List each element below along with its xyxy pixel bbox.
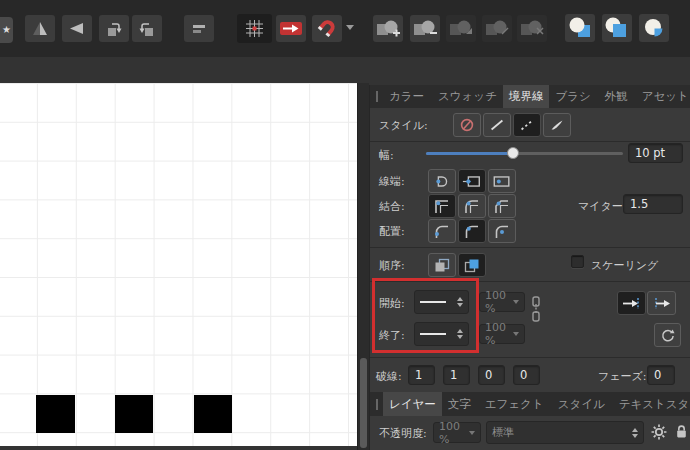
star-icon: ★ bbox=[2, 24, 11, 35]
reverse-line-button[interactable] bbox=[654, 323, 681, 347]
end-amount-dropdown[interactable]: 100 % bbox=[479, 324, 525, 344]
tab-styles[interactable]: スタイル bbox=[552, 393, 611, 416]
flip-horizontal-button[interactable] bbox=[62, 15, 92, 42]
opacity-dropdown[interactable]: 100 % bbox=[433, 422, 481, 443]
rotate-ccw-button[interactable] bbox=[99, 15, 129, 42]
order-front-button[interactable] bbox=[458, 253, 486, 277]
align-outside-button[interactable] bbox=[488, 219, 516, 243]
dash-input-3[interactable] bbox=[478, 365, 505, 385]
red-arrow-icon bbox=[280, 21, 302, 36]
style-label: スタイル: bbox=[379, 118, 428, 133]
align-inside-button[interactable] bbox=[458, 219, 486, 243]
canvas-square[interactable] bbox=[115, 395, 153, 433]
panel-grip-icon[interactable] bbox=[376, 91, 378, 102]
rotate-cw-button[interactable] bbox=[132, 15, 162, 42]
align-center-icon bbox=[434, 224, 450, 239]
scaling-checkbox[interactable] bbox=[571, 255, 584, 268]
stepper-icon[interactable] bbox=[457, 297, 463, 307]
width-input[interactable] bbox=[628, 143, 683, 163]
style-brush-button[interactable] bbox=[543, 113, 571, 137]
flip-vertical-button[interactable] bbox=[25, 15, 55, 42]
no-stroke-icon bbox=[458, 117, 476, 133]
tab-layers[interactable]: レイヤー bbox=[383, 392, 442, 416]
miter-input[interactable] bbox=[623, 194, 683, 214]
stroke-panel-tabs: カラー スウォッチ 境界線 ブラシ 外観 アセット bbox=[370, 85, 690, 108]
start-label: 開始: bbox=[379, 296, 405, 311]
snap-options-caret[interactable] bbox=[346, 25, 354, 30]
boolean-add-button[interactable] bbox=[373, 15, 403, 42]
link-chain-icon[interactable] bbox=[530, 295, 542, 323]
snap-grid-button[interactable] bbox=[237, 14, 272, 43]
blend-mode-dropdown[interactable]: 標準 bbox=[486, 421, 644, 444]
move-tool-tab[interactable]: ★ bbox=[0, 17, 13, 43]
panel-grip-icon[interactable] bbox=[376, 399, 378, 410]
tab-text-styles[interactable]: テキストスタイル bbox=[613, 393, 690, 416]
start-arrow-button[interactable] bbox=[617, 291, 646, 315]
alignment-button[interactable] bbox=[184, 15, 214, 42]
scrollbar-thumb[interactable] bbox=[360, 358, 367, 448]
canvas-square[interactable] bbox=[36, 395, 75, 433]
start-style-dropdown[interactable] bbox=[414, 290, 469, 314]
tab-appearance[interactable]: 外観 bbox=[599, 85, 634, 108]
alignment-icon bbox=[190, 21, 208, 36]
vertical-scrollbar[interactable] bbox=[357, 83, 369, 450]
end-style-dropdown[interactable] bbox=[414, 322, 469, 346]
tab-effects[interactable]: エフェクト bbox=[479, 393, 550, 416]
canvas-square[interactable] bbox=[194, 395, 232, 433]
bevel-join-icon bbox=[494, 199, 510, 214]
tab-character[interactable]: 文字 bbox=[442, 393, 477, 416]
join-bevel-button[interactable] bbox=[488, 194, 516, 218]
width-slider-thumb[interactable] bbox=[507, 147, 519, 159]
boolean-combine-button[interactable] bbox=[517, 15, 547, 42]
cap-label: 線端: bbox=[379, 174, 405, 189]
stroke-panel: カラー スウォッチ 境界線 ブラシ 外観 アセット スタイル: 幅: 線端 bbox=[369, 85, 690, 450]
blend-mode-value: 標準 bbox=[492, 425, 514, 440]
snap-move-button[interactable] bbox=[276, 15, 306, 42]
end-label: 終了: bbox=[379, 328, 405, 343]
order-behind-button[interactable] bbox=[428, 253, 456, 277]
tab-brushes[interactable]: ブラシ bbox=[549, 85, 596, 108]
stepper-icon[interactable] bbox=[632, 428, 638, 438]
boolean-subtract-button[interactable] bbox=[410, 15, 440, 42]
tab-stroke[interactable]: 境界線 bbox=[503, 85, 550, 108]
document-canvas[interactable] bbox=[0, 83, 357, 446]
dash-input-1[interactable] bbox=[408, 365, 435, 385]
stepper-icon[interactable] bbox=[457, 329, 463, 339]
phase-input[interactable] bbox=[647, 365, 675, 385]
order-behind-icon bbox=[434, 258, 450, 273]
lock-icon[interactable] bbox=[675, 424, 688, 439]
order-label: 順序: bbox=[379, 258, 405, 273]
start-amount-dropdown[interactable]: 100 % bbox=[479, 292, 525, 312]
join-round-button[interactable] bbox=[458, 194, 486, 218]
rotate-cw-icon bbox=[138, 21, 156, 37]
line-style-sample bbox=[420, 333, 446, 335]
width-slider[interactable] bbox=[426, 152, 623, 155]
style-dashed-button[interactable] bbox=[513, 113, 541, 137]
cap-round-button[interactable] bbox=[428, 169, 456, 193]
tab-assets[interactable]: アセット bbox=[636, 85, 690, 108]
round-cap-icon bbox=[432, 174, 452, 189]
gear-icon[interactable] bbox=[651, 424, 667, 440]
dash-input-4[interactable] bbox=[513, 365, 540, 385]
style-solid-button[interactable] bbox=[483, 113, 511, 137]
boolean-divide-button[interactable] bbox=[482, 15, 512, 42]
style-none-button[interactable] bbox=[453, 113, 481, 137]
arrange-divide-button[interactable] bbox=[639, 14, 669, 42]
butt-cap-icon bbox=[462, 174, 482, 189]
magnet-icon bbox=[317, 19, 337, 38]
arrange-circle-front-button[interactable] bbox=[565, 14, 595, 42]
tab-swatches[interactable]: スウォッチ bbox=[432, 85, 503, 108]
join-miter-button[interactable] bbox=[428, 194, 456, 218]
dash-input-2[interactable] bbox=[443, 365, 470, 385]
tab-color[interactable]: カラー bbox=[383, 85, 430, 108]
cap-butt-button[interactable] bbox=[458, 169, 486, 193]
top-toolbar: ★ bbox=[0, 0, 690, 57]
align-center-button[interactable] bbox=[428, 219, 456, 243]
opacity-label: 不透明度: bbox=[379, 426, 427, 441]
arrange-square-front-button[interactable] bbox=[602, 14, 632, 42]
boolean-intersect-button[interactable] bbox=[446, 15, 476, 42]
cap-square-button[interactable] bbox=[488, 169, 516, 193]
end-arrow-button[interactable] bbox=[647, 291, 676, 315]
opacity-value: 100 % bbox=[439, 420, 469, 446]
magnet-snapping-button[interactable] bbox=[312, 15, 342, 42]
